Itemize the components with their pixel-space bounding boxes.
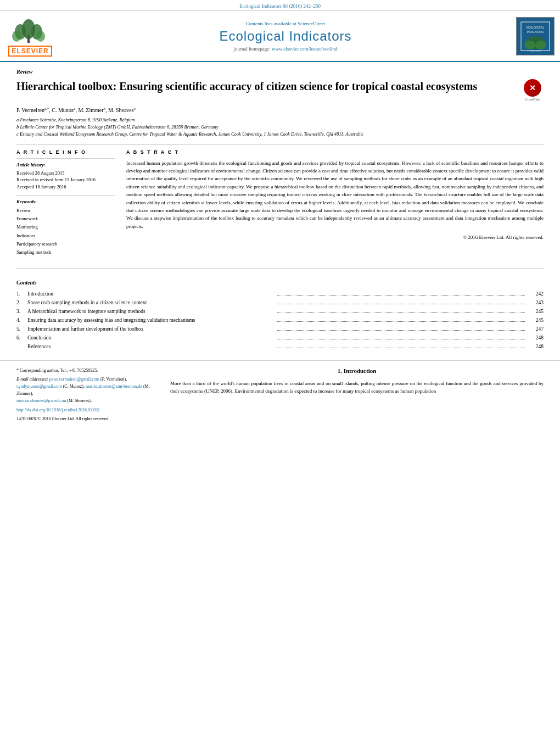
toc-item-3: 3. A hierarchical framework to integrate…: [16, 306, 544, 314]
toc-dots-4: [277, 315, 525, 322]
email-vermeiren[interactable]: peter.vermeiren@gmail.com: [49, 377, 99, 382]
crossmark-icon: ✕: [524, 79, 541, 97]
contents-text: Contents lists available at: [246, 21, 298, 26]
author-sheaves: M. Sheaves: [108, 107, 134, 113]
journal-name-heading: Ecological Indicators: [60, 29, 511, 44]
journal-citation: Ecological Indicators 66 (2016) 242–250: [239, 3, 321, 9]
affiliation-a: a Freelance Scientist, Koebringstraat 8,…: [16, 116, 544, 124]
toc-text-6: Conclusion: [27, 335, 275, 341]
received-revised-date: Received in revised form 15 January 2016: [16, 176, 115, 183]
intro-heading: 1. Introduction: [170, 367, 544, 374]
email-munoz[interactable]: cyndymunoz@gmail.com: [16, 384, 62, 389]
toc-item-1: 1. Introduction 242: [16, 289, 544, 297]
received-date: Received 28 August 2015: [16, 170, 115, 177]
emails-note: E-mail addresses: peter.vermeiren@gmail.…: [16, 376, 154, 404]
email-vermeiren-name: (P. Vermeiren),: [100, 377, 127, 382]
keyword-1: Review: [16, 207, 115, 215]
emails-label: E-mail addresses:: [16, 377, 49, 382]
toc-num-4: 4.: [16, 317, 27, 323]
toc-text-1: Introduction: [27, 291, 275, 297]
toc-dots-3: [277, 306, 525, 313]
svg-point-5: [36, 31, 45, 42]
elsevier-logo: ELSEVIER: [5, 15, 55, 57]
toc-dots-ref: [277, 342, 525, 348]
homepage-url[interactable]: www.elsevier.com/locate/ecolind: [272, 46, 337, 52]
journal-cover-svg: ECOLOGICAL INDICATORS ELSEVIER: [519, 20, 552, 53]
svg-text:INDICATORS: INDICATORS: [527, 30, 544, 34]
toc-dots-1: [277, 289, 525, 295]
author-vermeiren: P. Vermeiren: [16, 107, 44, 113]
section-divider-1: [16, 144, 544, 145]
svg-text:ELSEVIER: ELSEVIER: [530, 49, 541, 52]
toc-page-4: 245: [527, 317, 544, 323]
affiliation-c: c Estuary and Coastal Wetland Ecosystem …: [16, 131, 544, 138]
toc-num-3: 3.: [16, 309, 27, 314]
main-content: Review Hierarchical toolbox: Ensuring sc…: [0, 62, 560, 280]
keywords-list: Review Framework Monitoring Indicators P…: [16, 207, 115, 257]
toc-num-2: 2.: [16, 300, 27, 305]
toc-item-references: References 248: [16, 342, 544, 349]
keyword-6: Sampling methods: [16, 248, 115, 256]
issn-notice: 1470-160X/© 2016 Elsevier Ltd. All right…: [16, 416, 154, 423]
crossmark-label: CrossMark: [525, 98, 540, 101]
contents-link: Contents lists available at ScienceDirec…: [60, 21, 511, 26]
svg-text:ECOLOGICAL: ECOLOGICAL: [527, 26, 545, 29]
email-zimmer[interactable]: martin.zimmer@zmt-bremen.de: [86, 384, 142, 389]
toc-item-6: 6. Conclusion 248: [16, 333, 544, 341]
journal-citation-bar: Ecological Indicators 66 (2016) 242–250: [0, 0, 560, 11]
article-title: Hierarchical toolbox: Ensuring scientifi…: [16, 79, 516, 93]
author-munoz: C. Munoz: [52, 107, 74, 113]
abstract-heading: A B S T R A C T: [126, 149, 544, 155]
toc-dots-6: [277, 333, 525, 339]
toc-text-5: Implementation and further development o…: [27, 326, 275, 332]
abstract-panel: A B S T R A C T Increased human populati…: [126, 149, 544, 261]
toc-item-5: 5. Implementation and further developmen…: [16, 324, 544, 332]
journal-header: ELSEVIER Contents lists available at Sci…: [0, 11, 560, 62]
toc-page-3: 245: [527, 309, 544, 314]
toc-text-4: Ensuring data accuracy by assessing bias…: [27, 317, 275, 323]
crossmark[interactable]: ✕ CrossMark: [522, 79, 544, 101]
elsevier-wordmark: ELSEVIER: [8, 46, 52, 57]
sciencedirect-link[interactable]: ScienceDirect: [298, 21, 325, 26]
toc-item-2: 2. Shore crab sampling methods in a citi…: [16, 298, 544, 305]
article-info-heading: A R T I C L E I N F O: [16, 149, 115, 155]
affiliations: a Freelance Scientist, Koebringstraat 8,…: [16, 116, 544, 137]
contents-heading: Contents: [16, 280, 544, 286]
copyright-notice: © 2016 Elsevier Ltd. All rights reserved…: [126, 235, 544, 240]
journal-center: Contents lists available at ScienceDirec…: [60, 21, 511, 52]
toc-num-1: 1.: [16, 291, 27, 297]
section-divider-2: [16, 268, 544, 269]
section-type-label: Review: [16, 69, 544, 75]
introduction-col: 1. Introduction More than a third of the…: [170, 367, 544, 423]
toc-dots-5: [277, 324, 525, 331]
affiliation-b: b Leibniz-Center for Tropical Marine Eco…: [16, 124, 544, 131]
keywords-label: Keywords:: [16, 199, 115, 204]
keyword-3: Monitoring: [16, 223, 115, 231]
doi-anchor[interactable]: http://dx.doi.org/10.1016/j.ecolind.2016…: [16, 408, 100, 412]
article-info-panel: A R T I C L E I N F O Article history: R…: [16, 149, 115, 261]
toc-page-5: 247: [527, 326, 544, 332]
page: Ecological Indicators 66 (2016) 242–250 …: [0, 0, 560, 423]
corresponding-note: * Corresponding author. Tel.: +41 765250…: [16, 367, 154, 375]
toc-page-ref: 248: [527, 344, 544, 349]
toc-text-3: A hierarchical framework to integrate sa…: [27, 309, 275, 314]
svg-point-11: [524, 41, 535, 49]
keywords-section: Keywords: Review Framework Monitoring In…: [16, 195, 115, 257]
author-zimmer: M. Zimmer: [78, 107, 103, 113]
svg-point-12: [535, 41, 546, 49]
email-sheaves[interactable]: marcus.sheaves@jcu.edu.au: [16, 398, 66, 403]
toc-text-2: Shore crab sampling methods in a citizen…: [27, 300, 275, 305]
toc-page-6: 248: [527, 335, 544, 341]
keyword-2: Framework: [16, 215, 115, 223]
svg-point-4: [12, 31, 21, 42]
toc-text-ref: References: [27, 344, 275, 349]
authors-line: P. Vermeirena,*, C. Munoza, M. Zimmerb, …: [16, 107, 544, 113]
doi-link: http://dx.doi.org/10.1016/j.ecolind.2016…: [16, 407, 154, 414]
toc-dots-2: [277, 298, 525, 304]
homepage-label: journal homepage:: [234, 46, 271, 52]
toc-num-6: 6.: [16, 335, 27, 341]
toc-item-4: 4. Ensuring data accuracy by assessing b…: [16, 315, 544, 323]
accepted-date: Accepted 18 January 2016: [16, 183, 115, 191]
article-history: Article history: Received 28 August 2015…: [16, 158, 115, 191]
article-header: Hierarchical toolbox: Ensuring scientifi…: [16, 79, 544, 101]
